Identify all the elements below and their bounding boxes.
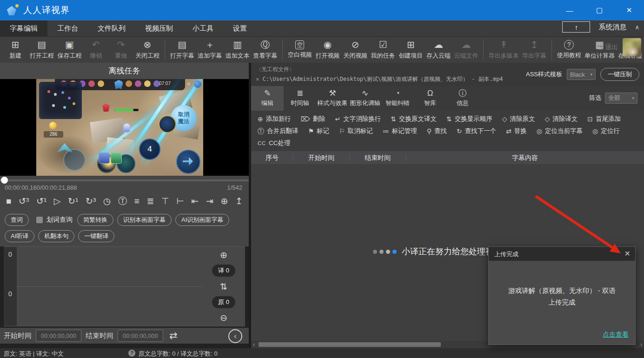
file-close-icon[interactable]: × <box>256 76 259 83</box>
jump-end-icon[interactable]: ⇥ <box>206 197 213 206</box>
click-to-view-link[interactable]: 点击查看 <box>603 331 629 339</box>
ass-template-dropdown[interactable]: Black▾ <box>567 69 596 80</box>
open-project[interactable]: ▤ 打开工程 <box>28 37 56 63</box>
toolbar-item[interactable] <box>551 40 552 60</box>
toolbar-item[interactable] <box>282 40 283 60</box>
align-top-icon[interactable]: ⊤ <box>161 197 169 206</box>
seek-handle[interactable] <box>1 177 8 184</box>
tab-knowledge[interactable]: Ω 智库 <box>414 86 446 111</box>
rewind-3s-icon[interactable]: ↺³ <box>19 197 29 206</box>
tab-tools[interactable]: 小工具 <box>183 20 223 36</box>
tab-smart-correct[interactable]: ◔ 智能纠错 <box>381 86 414 111</box>
user-avatar[interactable] <box>623 38 641 57</box>
mark-manager[interactable]: ≔ 标记管理 <box>383 127 417 135</box>
end-time-input[interactable]: 00:00:00,000 <box>118 330 163 342</box>
remove-linebreak[interactable]: ↵ 文字消除换行 <box>335 115 381 123</box>
undo[interactable]: ↶ 撤销 <box>83 37 108 63</box>
tool-pill-button[interactable]: 一键翻译 <box>78 230 114 242</box>
add-row[interactable]: ⊕ 添加新行 <box>258 115 291 123</box>
maximize-button[interactable]: ▢ <box>584 0 614 20</box>
zoom-out-icon[interactable]: ⊖ <box>220 313 227 322</box>
replace[interactable]: ⇄ 替换 <box>506 127 527 135</box>
new-project[interactable]: ⊞ 新建 <box>3 37 28 63</box>
open-video[interactable]: ◉ 打开视频 <box>314 37 342 63</box>
play-icon[interactable]: ▷ <box>54 197 61 206</box>
translation-count-badge[interactable]: 译 0 <box>212 265 235 277</box>
append-text[interactable]: ▥ 追加文本 <box>224 37 252 63</box>
filter-dropdown[interactable]: 全部▾ <box>605 93 637 104</box>
system-message-link[interactable]: 系统消息 <box>598 23 626 32</box>
my-tasks[interactable]: ☑ 我的任务 <box>369 37 397 63</box>
open-subtitle[interactable]: ▤ 打开字幕 <box>168 37 196 63</box>
target-icon[interactable]: ⊕ <box>220 197 228 206</box>
collapse-panel-button[interactable]: ‹ <box>228 329 242 343</box>
tab-edit[interactable]: ✎ 编辑 <box>251 86 284 111</box>
tab-info[interactable]: ⓘ 信息 <box>446 86 479 111</box>
add-head-tail[interactable]: ⊡ 首尾添加 <box>587 115 621 123</box>
save-to-cloud[interactable]: ☁ 存入云端 <box>425 37 452 63</box>
tutorial[interactable]: ? 使用教程 <box>555 37 583 63</box>
forward-1s-icon[interactable]: ↻¹ <box>68 197 78 206</box>
export-subtitle[interactable]: ↥ 导出字幕 <box>520 37 548 63</box>
upload-arrow-button[interactable]: ↑ <box>562 21 590 33</box>
zoom-in-icon[interactable]: ⊕ <box>220 251 227 259</box>
start-time-input[interactable]: 00:00:00,000 <box>36 330 81 342</box>
tab-workbench[interactable]: 工作台 <box>47 20 88 36</box>
clock-icon[interactable]: ◷ <box>103 197 111 206</box>
clear-translation[interactable]: ◇ 清除译文 <box>545 115 578 123</box>
stop-icon[interactable]: ■ <box>6 197 11 206</box>
merge-translate[interactable]: Ⓣ 合并后翻译 <box>258 127 299 135</box>
unmark[interactable]: ⚐ 取消标记 <box>339 127 373 135</box>
source-textarea[interactable] <box>17 287 203 326</box>
toolbar-item[interactable] <box>483 40 484 60</box>
tab-graph-timing[interactable]: ∿ 图形化调轴 <box>349 86 381 111</box>
word-select-checkbox[interactable] <box>36 217 43 223</box>
toolbar-item[interactable] <box>165 40 165 60</box>
chevron-up-icon[interactable]: ∧ <box>635 24 639 31</box>
create-project[interactable]: ⊞ 创建项目 <box>397 37 425 63</box>
tool-pill-button[interactable]: AI听译 <box>5 230 34 242</box>
delete-row[interactable]: ⌦ 删除 <box>301 115 325 123</box>
align-center-icon[interactable]: ≣ <box>146 197 154 206</box>
tab-style-effects[interactable]: ⚒ 样式与效果 <box>316 86 349 111</box>
adjust-sliders-icon[interactable]: ≡ <box>134 197 139 206</box>
append-subtitle[interactable]: ＋ 追加字幕 <box>196 37 224 63</box>
jump-start-icon[interactable]: ⇤ <box>191 197 199 206</box>
tab-video-compress[interactable]: 视频压制 <box>135 20 183 36</box>
tab-timeline[interactable]: ≣ 时间轴 <box>284 86 316 111</box>
close-project[interactable]: ⊗ 关闭工程 <box>133 37 161 63</box>
close-video[interactable]: ⊘ 关闭视频 <box>341 37 369 63</box>
tab-subtitle-edit[interactable]: 字幕编辑 <box>0 20 47 36</box>
tool-pill-button[interactable]: 识别本画面字幕 <box>117 214 172 226</box>
tool-pill-button[interactable]: 简繁转换 <box>77 214 113 226</box>
text-style-icon[interactable]: Ⓣ <box>118 197 127 206</box>
scroll-right-icon[interactable]: › <box>640 341 642 348</box>
one-key-compress-button[interactable]: 一键压制 <box>600 68 639 81</box>
loop-icon[interactable]: ⇄ <box>169 330 178 341</box>
find-next[interactable]: ↻ 查找下一个 <box>457 127 496 135</box>
minimize-button[interactable]: — <box>555 0 584 20</box>
save-project[interactable]: ▣ 保存工程 <box>56 37 84 63</box>
video-player[interactable]: 07:07 ≡ 286 取消魔法 4 <box>0 79 249 176</box>
export-versions[interactable]: ↟ 导出多版本 <box>487 37 520 63</box>
tool-pill-button[interactable]: 机翻本句 <box>38 230 74 242</box>
lookup-word-button[interactable]: 查词 <box>5 214 29 226</box>
swap-display-order[interactable]: ⇅ 交换显示顺序 <box>446 115 492 123</box>
logout-button[interactable]: ⊐ 退出 <box>598 43 618 52</box>
tool-pill-button[interactable]: AI识别画面字幕 <box>175 214 229 226</box>
forward-3s-icon[interactable]: ↻³ <box>86 197 96 206</box>
cc-process[interactable]: CC CC处理 <box>258 139 290 147</box>
align-left-icon[interactable]: ⊢ <box>176 197 184 206</box>
cloud-files[interactable]: ☁ 云端文件 <box>452 37 480 63</box>
popup-close-icon[interactable]: ✕ <box>624 249 631 258</box>
tab-settings[interactable]: 设置 <box>223 20 257 36</box>
find[interactable]: ⚲ 查找 <box>427 127 447 135</box>
view-subtitle[interactable]: Ⓠ 查看字幕 <box>252 37 279 63</box>
seek-track[interactable] <box>0 179 249 181</box>
close-button[interactable]: ✕ <box>614 0 644 20</box>
locate-current-subtitle[interactable]: ◎ 定位当前字幕 <box>537 127 583 135</box>
redo[interactable]: ↷ 重做 <box>108 37 133 63</box>
source-count-badge[interactable]: 原 0 <box>212 296 235 308</box>
mark[interactable]: ⚑ 标记 <box>308 127 330 135</box>
translation-textarea[interactable] <box>17 247 203 286</box>
